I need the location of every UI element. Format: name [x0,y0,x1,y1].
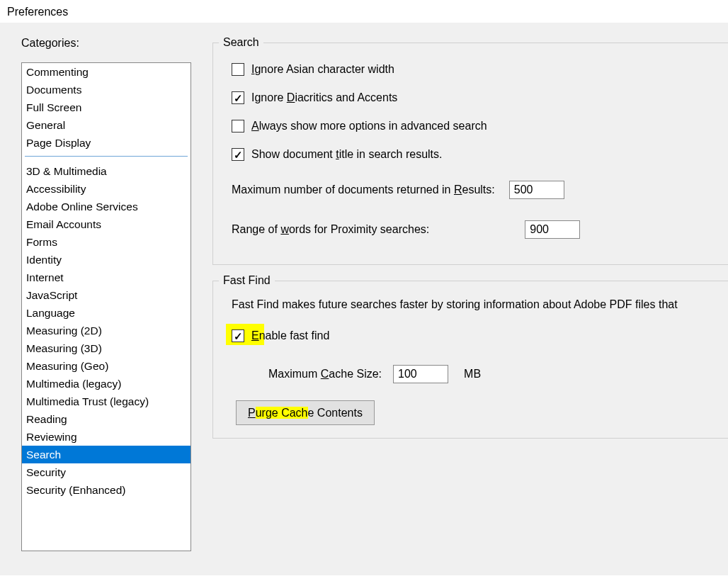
category-item[interactable]: Security (Enhanced) [22,481,190,499]
always-more-label: Always show more options in advanced sea… [251,120,487,132]
category-item[interactable]: Multimedia (legacy) [22,375,190,393]
ignore-asian-label: Ignore Asian character width [251,63,394,76]
show-title-checkbox[interactable] [232,148,244,161]
category-item[interactable]: Reading [22,410,190,428]
enable-fast-find-checkbox[interactable] [232,329,244,342]
category-item[interactable]: Internet [22,269,190,286]
category-item[interactable]: Adobe Online Services [22,198,190,215]
cache-size-row: Maximum Cache Size: MB [268,365,714,383]
category-item[interactable]: Measuring (2D) [22,322,190,339]
fast-find-description: Fast Find makes future searches faster b… [232,298,714,311]
max-docs-label: Maximum number of documents returned in … [232,184,495,196]
ignore-asian-checkbox[interactable] [232,63,244,76]
proximity-label: Range of words for Proximity searches: [232,223,429,236]
cache-size-unit: MB [464,368,481,380]
category-item[interactable]: Multimedia Trust (legacy) [22,393,190,410]
ignore-diacritics-label: Ignore Diacritics and Accents [251,91,397,104]
category-item[interactable]: Identity [22,251,190,269]
content-area: Categories: CommentingDocumentsFull Scre… [0,23,728,575]
category-item[interactable]: Commenting [22,63,190,81]
fast-find-group: Fast Find Fast Find makes future searche… [212,281,728,439]
always-more-checkbox[interactable] [232,120,244,132]
category-item[interactable]: Accessibility [22,180,190,198]
show-title-label: Show document title in search results. [251,148,442,161]
category-item[interactable]: Measuring (Geo) [22,357,190,375]
search-group-title: Search [219,36,263,49]
fast-find-group-title: Fast Find [219,274,275,287]
enable-fast-find-row: Enable fast find [232,329,714,342]
window-title: Preferences [0,0,728,23]
enable-fast-find-label: Enable fast find [251,329,329,342]
category-item[interactable]: Documents [22,81,190,98]
always-more-row: Always show more options in advanced sea… [232,120,714,132]
category-list[interactable]: CommentingDocumentsFull ScreenGeneralPag… [21,62,191,551]
cache-size-input[interactable] [393,365,448,383]
category-item[interactable]: Language [22,304,190,322]
ignore-diacritics-row: Ignore Diacritics and Accents [232,91,714,104]
proximity-row: Range of words for Proximity searches: [232,220,714,239]
category-item[interactable]: Search [22,446,190,463]
show-title-row: Show document title in search results. [232,148,714,161]
category-item[interactable]: Measuring (3D) [22,339,190,357]
category-item[interactable]: Forms [22,233,190,251]
max-docs-row: Maximum number of documents returned in … [232,181,714,199]
search-group: Search Ignore Asian character width Igno… [212,43,728,265]
category-item[interactable]: Reviewing [22,428,190,446]
ignore-asian-row: Ignore Asian character width [232,63,714,76]
category-item[interactable]: JavaScript [22,286,190,304]
ignore-diacritics-checkbox[interactable] [232,91,244,104]
category-item[interactable]: Email Accounts [22,215,190,233]
category-item[interactable]: General [22,116,190,134]
settings-panel: Search Ignore Asian character width Igno… [212,37,728,551]
cache-size-label: Maximum Cache Size: [268,368,382,380]
category-divider [25,156,188,157]
proximity-input[interactable] [525,220,580,239]
category-item[interactable]: 3D & Multimedia [22,162,190,180]
purge-cache-button[interactable]: Purge Cache Contents [236,400,375,425]
sidebar: Categories: CommentingDocumentsFull Scre… [21,37,191,551]
category-item[interactable]: Full Screen [22,98,190,116]
categories-label: Categories: [21,37,191,50]
category-item[interactable]: Security [22,463,190,481]
max-docs-input[interactable] [509,181,564,199]
category-item[interactable]: Page Display [22,134,190,152]
